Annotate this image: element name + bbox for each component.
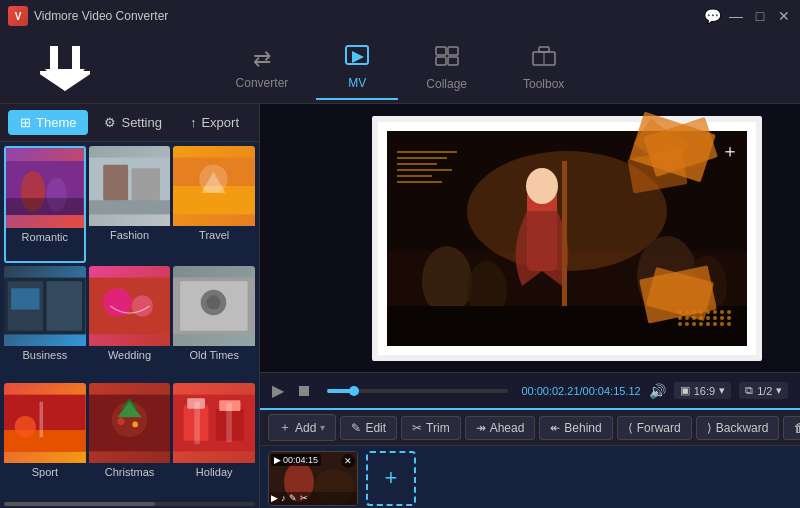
theme-christmas-label: Christmas	[89, 463, 171, 481]
backward-label: Backward	[716, 421, 769, 435]
count-selector[interactable]: ⧉ 1/2 ▾	[739, 382, 788, 399]
close-button[interactable]: ✕	[776, 8, 792, 24]
play-button[interactable]: ▶	[270, 379, 286, 402]
collage-icon	[434, 45, 460, 73]
theme-oldtimes[interactable]: Old Times	[173, 266, 255, 379]
aspect-ratio-chevron: ▾	[719, 384, 725, 397]
forward-button[interactable]: ⟨ Forward	[617, 416, 692, 440]
plus-icon-video: ＋	[721, 139, 739, 163]
theme-christmas[interactable]: Christmas	[89, 383, 171, 496]
left-panel: ⊞ Theme ⚙ Setting ↑ Export	[0, 104, 260, 508]
tab-theme-label: Theme	[36, 115, 76, 130]
theme-christmas-thumb	[89, 383, 171, 463]
theme-sport[interactable]: Sport	[4, 383, 86, 496]
tab-export[interactable]: ↑ Export	[178, 110, 251, 135]
window-controls: 💬 — □ ✕	[704, 8, 792, 24]
svg-point-33	[207, 296, 221, 310]
svg-rect-4	[436, 47, 446, 55]
trim-button[interactable]: ✂ Trim	[401, 416, 461, 440]
count-chevron: ▾	[776, 384, 782, 397]
scroll-stub[interactable]	[4, 502, 255, 506]
theme-wedding-label: Wedding	[89, 346, 171, 364]
backward-icon: ⟩	[707, 421, 712, 435]
count-value: 1/2	[757, 385, 772, 397]
theme-romantic[interactable]: Romantic	[4, 146, 86, 263]
chat-button[interactable]: 💬	[704, 8, 720, 24]
svg-rect-37	[40, 401, 44, 437]
title-bar-left: V Vidmore Video Converter	[8, 6, 168, 26]
maximize-button[interactable]: □	[752, 8, 768, 24]
tab-theme[interactable]: ⊞ Theme	[8, 110, 88, 135]
time-current: 00:00:02.21	[521, 385, 579, 397]
timeline: ▶ 00:04:15 ✕ ▶ ♪ ✎ ✂ +	[260, 446, 800, 508]
volume-icon[interactable]: 🔊	[649, 383, 666, 399]
time-total: 00:04:15.12	[583, 385, 641, 397]
nav-mv[interactable]: MV	[316, 36, 398, 100]
svg-rect-5	[448, 47, 458, 55]
app-title: Vidmore Video Converter	[34, 9, 168, 23]
theme-fashion-thumb	[89, 146, 171, 226]
tab-setting[interactable]: ⚙ Setting	[92, 110, 173, 135]
edit-label: Edit	[365, 421, 386, 435]
add-label: Add	[295, 421, 316, 435]
svg-rect-26	[11, 289, 39, 310]
theme-holiday-thumb	[173, 383, 255, 463]
theme-fashion[interactable]: Fashion	[89, 146, 171, 263]
aspect-ratio-selector[interactable]: ▣ 16:9 ▾	[674, 382, 731, 399]
import-arrow	[40, 41, 90, 95]
aspect-ratio-icon: ▣	[680, 384, 690, 397]
theme-holiday[interactable]: Holiday	[173, 383, 255, 496]
empty-button[interactable]: 🗑 Empty	[783, 416, 800, 440]
edit-button[interactable]: ✎ Edit	[340, 416, 397, 440]
timeline-vol-mini: ♪	[281, 493, 286, 503]
timeline-close-button[interactable]: ✕	[341, 454, 355, 468]
theme-wedding[interactable]: Wedding	[89, 266, 171, 379]
nav-collage[interactable]: Collage	[398, 37, 495, 99]
scroll-thumb	[4, 502, 155, 506]
bottom-panel: ＋ Add ▾ ✎ Edit ✂ Trim ↠ Ahead ↞	[260, 408, 800, 508]
preview-area: ＋	[260, 104, 800, 372]
theme-grid: Romantic Fashion	[0, 142, 259, 500]
theme-business[interactable]: Business	[4, 266, 86, 379]
theme-romantic-label: Romantic	[6, 228, 84, 246]
ahead-label: Ahead	[490, 421, 525, 435]
svg-rect-14	[6, 198, 84, 215]
timeline-play-mini: ▶	[271, 493, 278, 503]
svg-rect-49	[195, 401, 201, 444]
behind-label: Behind	[564, 421, 601, 435]
timeline-duration-text: 00:04:15	[283, 455, 318, 465]
timeline-edit-mini: ✎	[289, 493, 297, 503]
svg-rect-25	[47, 281, 83, 331]
theme-wedding-thumb	[89, 266, 171, 346]
aspect-ratio-value: 16:9	[694, 385, 715, 397]
add-clip-icon: +	[385, 465, 398, 491]
nav-bar: ⇄ Converter MV Collage	[0, 32, 800, 104]
backward-button[interactable]: ⟩ Backward	[696, 416, 780, 440]
timeline-duration: ▶ 00:04:15	[271, 454, 321, 466]
count-icon: ⧉	[745, 384, 753, 397]
stop-button[interactable]: ⏹	[294, 380, 314, 402]
mv-icon	[344, 44, 370, 72]
minimize-button[interactable]: —	[728, 8, 744, 24]
forward-label: Forward	[637, 421, 681, 435]
timeline-clip[interactable]: ▶ 00:04:15 ✕ ▶ ♪ ✎ ✂	[268, 451, 358, 506]
svg-rect-56	[562, 161, 567, 311]
ahead-icon: ↠	[476, 421, 486, 435]
svg-rect-16	[103, 165, 128, 201]
add-clip-button[interactable]: +	[366, 451, 416, 506]
export-tab-icon: ↑	[190, 115, 197, 130]
nav-toolbox[interactable]: Toolbox	[495, 37, 592, 99]
theme-business-thumb	[4, 266, 86, 346]
nav-converter[interactable]: ⇄ Converter	[208, 38, 317, 98]
theme-travel[interactable]: Travel	[173, 146, 255, 263]
tab-setting-label: Setting	[121, 115, 161, 130]
behind-button[interactable]: ↞ Behind	[539, 416, 612, 440]
setting-tab-icon: ⚙	[104, 115, 116, 130]
add-button[interactable]: ＋ Add ▾	[268, 414, 336, 441]
theme-oldtimes-label: Old Times	[173, 346, 255, 364]
progress-bar[interactable]	[327, 389, 508, 393]
trim-label: Trim	[426, 421, 450, 435]
ahead-button[interactable]: ↠ Ahead	[465, 416, 536, 440]
theme-travel-thumb	[173, 146, 255, 226]
timeline-cut-mini: ✂	[300, 493, 308, 503]
